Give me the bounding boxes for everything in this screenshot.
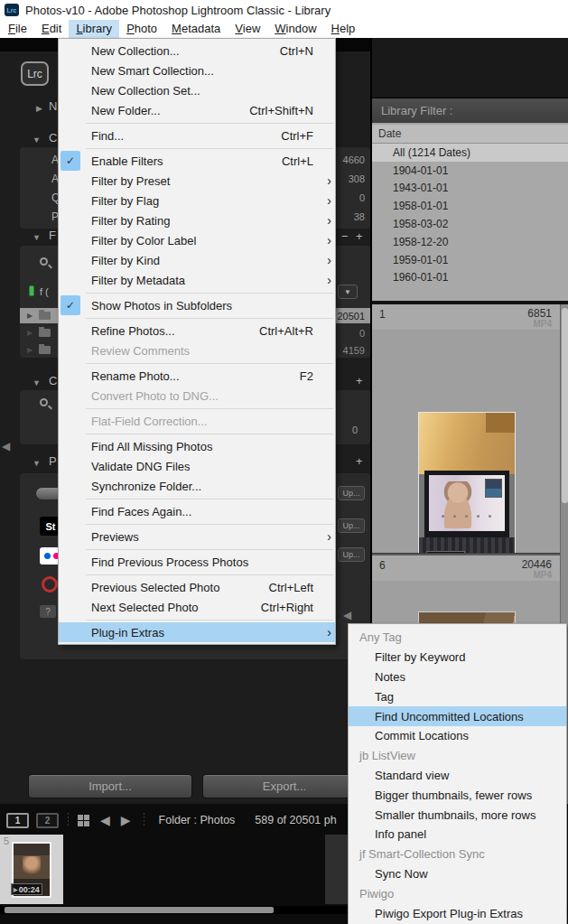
keyboard-shortcut: Ctrl+F	[281, 129, 313, 143]
menu-item[interactable]: ✓ Filter by Flag ›	[59, 191, 335, 210]
menu-item[interactable]: ✓ Filter by Preset ›	[59, 171, 335, 191]
folders-plus-button[interactable]: +	[356, 229, 363, 243]
folders-minus-button[interactable]: −	[341, 229, 349, 243]
menu-item[interactable]: ✓ Synchronize Folder... ›	[59, 476, 335, 496]
menu-item[interactable]: ✓ Previous Selected Photo Ctrl+Left ›	[59, 577, 335, 597]
menu-item[interactable]: ✓ Filter by Color Label ›	[59, 230, 335, 250]
grid-view-icon[interactable]	[78, 815, 89, 826]
import-button[interactable]: Import...	[28, 774, 192, 798]
menubar-item[interactable]: Library	[69, 20, 119, 38]
submenu-item[interactable]: Notes	[349, 667, 566, 687]
menu-item[interactable]: ✓ Find Previous Process Photos ›	[59, 552, 335, 572]
menu-item[interactable]: ✓ Review Comments ›	[59, 341, 335, 360]
menu-item[interactable]: ✓ Plug-in Extras ›	[59, 622, 335, 642]
volume-caret-button[interactable]: ▼	[338, 285, 358, 299]
submenu-item[interactable]: Info panel	[349, 825, 566, 845]
menubar-item[interactable]: Metadata	[164, 20, 228, 38]
panel-group-collapse-icon[interactable]: ◀	[343, 609, 351, 621]
menu-item[interactable]: ✓ Flat-Field Correction... ›	[59, 411, 335, 431]
date-filter-row[interactable]: 1960-01-01	[372, 269, 568, 287]
secondary-monitor-button[interactable]: 2	[36, 813, 59, 828]
menubar-item[interactable]: Help	[324, 20, 363, 38]
previous-photo-arrow-icon[interactable]: ◀	[100, 813, 110, 827]
folders-search-icon[interactable]	[40, 257, 48, 266]
up-to-date-badge[interactable]: Up...	[338, 547, 365, 562]
rating-dots[interactable]	[372, 515, 560, 518]
date-filter-row[interactable]: 1958-12-20	[372, 233, 568, 251]
folder-icon	[39, 346, 51, 354]
menu-item[interactable]: ✓ Show Photos in Subfolders ›	[59, 295, 335, 315]
folder-expand-icon[interactable]: ▶	[27, 329, 33, 337]
menu-item[interactable]: ✓ Next Selected Photo Ctrl+Right ›	[59, 597, 335, 617]
menu-item[interactable]: ✓ New Collection... Ctrl+N ›	[59, 41, 335, 61]
grid-cell-header[interactable]: 6 20446 MP4	[372, 555, 560, 581]
filmstrip-scrollbar-thumb[interactable]	[5, 907, 274, 913]
photo-count-badge: 20501	[337, 311, 365, 322]
primary-monitor-button[interactable]: 1	[6, 813, 29, 828]
menu-item[interactable]: ✓ New Folder... Ctrl+Shift+N ›	[59, 100, 335, 120]
date-filter-row[interactable]: 1959-01-01	[372, 251, 568, 269]
left-panel-collapse-icon[interactable]: ◀	[2, 440, 10, 453]
collections-collapse-icon[interactable]: ▼	[33, 378, 41, 387]
up-to-date-badge[interactable]: Up...	[338, 518, 365, 533]
filmstrip-source-label[interactable]: Folder : Photos	[159, 814, 236, 826]
publish-collapse-icon[interactable]: ▼	[33, 459, 41, 468]
collections-search-icon[interactable]	[40, 398, 48, 406]
publish-service-icon[interactable]	[42, 576, 58, 593]
catalog-collapse-icon[interactable]: ▼	[33, 135, 41, 145]
folders-collapse-icon[interactable]: ▼	[33, 233, 41, 242]
submenu-item[interactable]: Standard view	[349, 766, 566, 786]
submenu-item[interactable]: Find Uncommitted Locations	[349, 706, 566, 726]
menu-item[interactable]: ✓ Rename Photo... F2 ›	[59, 366, 335, 386]
menubar-item[interactable]: File	[1, 20, 34, 38]
submenu-item[interactable]: Commit Locations	[349, 726, 566, 746]
menu-item[interactable]: ✓ Convert Photo to DNG... ›	[59, 386, 335, 406]
menubar-item[interactable]: Window	[267, 20, 323, 38]
date-filter-row[interactable]: 1943-01-01	[372, 180, 568, 198]
submenu-arrow-icon: ›	[319, 273, 331, 287]
keyboard-shortcut: Ctrl+Shift+N	[249, 104, 313, 117]
submenu-item[interactable]: Bigger thumbnails, fewer rows	[349, 785, 566, 805]
folder-expand-icon[interactable]: ▶	[27, 346, 33, 354]
video-thumbnail[interactable]: ▶00:24	[12, 842, 51, 898]
menubar-item[interactable]: Photo	[119, 20, 164, 38]
submenu-item[interactable]: Piwigo Export Plug-in Extras	[349, 903, 566, 923]
menu-item[interactable]: ✓ New Collection Set... ›	[59, 80, 335, 100]
menu-item[interactable]: ✓ Refine Photos... Ctrl+Alt+R ›	[59, 321, 335, 341]
date-filter-row[interactable]: All (1214 Dates)	[372, 144, 568, 162]
menu-item[interactable]: ✓ Previews ›	[59, 527, 335, 546]
submenu-arrow-icon: ›	[319, 193, 331, 208]
date-filter-row[interactable]: 1904-01-01	[372, 162, 568, 180]
menu-item[interactable]: ✓ Find All Missing Photos ›	[59, 436, 335, 456]
folder-expand-icon[interactable]: ▶	[27, 312, 33, 320]
grid-cell-header[interactable]: 1 6851 MP4	[372, 304, 560, 330]
right-panel-top	[372, 38, 568, 98]
menu-item[interactable]: ✓ Filter by Rating ›	[59, 210, 335, 230]
menu-item[interactable]: ✓ Find Faces Again... ›	[59, 501, 335, 521]
menu-item[interactable]: ✓ Filter by Kind ›	[59, 250, 335, 270]
navigator-collapse-icon[interactable]: ▶	[36, 104, 42, 113]
publish-plus-button[interactable]: +	[356, 454, 363, 468]
menubar-item[interactable]: Edit	[34, 20, 69, 38]
submenu-item[interactable]: Smaller thumbnails, more rows	[349, 805, 566, 825]
grid-scrollbar-thumb[interactable]	[562, 308, 568, 503]
collections-plus-button[interactable]: +	[356, 374, 363, 387]
menu-item[interactable]: ✓ New Smart Collection... ›	[59, 61, 335, 80]
submenu-item[interactable]: Filter by Keyword	[349, 648, 566, 667]
next-photo-arrow-icon[interactable]: ▶	[121, 813, 131, 827]
date-filter-row[interactable]: 1958-03-02	[372, 215, 568, 233]
menu-item[interactable]: ✓ Validate DNG Files ›	[59, 456, 335, 476]
date-filter-row[interactable]: 1958-01-01	[372, 197, 568, 215]
menu-item[interactable]: ✓ Find... Ctrl+F ›	[59, 126, 335, 145]
menu-item[interactable]: ✓ Enable Filters Ctrl+L ›	[59, 151, 335, 171]
submenu-item[interactable]: Tag	[349, 686, 566, 706]
date-column-header[interactable]: Date	[372, 125, 568, 144]
export-button[interactable]: Export...	[202, 774, 367, 798]
menu-item[interactable]: ✓ Filter by Metadata ›	[59, 270, 335, 290]
grid-cell[interactable]: 00:45 ◆ ±	[372, 330, 560, 553]
submenu-item[interactable]: Sync Now	[349, 864, 566, 884]
unknown-service-icon[interactable]: ?	[40, 605, 56, 618]
up-to-date-badge[interactable]: Up...	[338, 486, 365, 500]
menubar-item[interactable]: View	[228, 20, 267, 38]
filmstrip-cell[interactable]: 5 ▶00:24	[0, 835, 63, 904]
